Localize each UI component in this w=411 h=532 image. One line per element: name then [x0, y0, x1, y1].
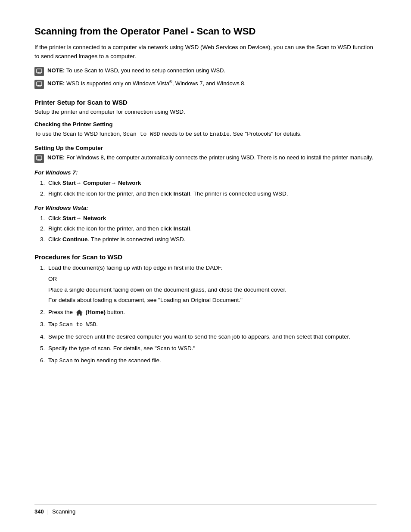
footer-page-number: 340: [34, 508, 44, 515]
checking-printer-text: To use the Scan to WSD function, Scan to…: [34, 130, 377, 139]
windows-vista-step-1: Click Start→ Network: [47, 214, 377, 223]
proc-step-3: Tap Scan to WSD.: [47, 320, 377, 330]
or-text: OR: [48, 274, 377, 284]
checking-printer-title: Checking the Printer Setting: [34, 121, 377, 128]
windows7-steps: Click Start→ Computer→ Network Right-cli…: [47, 178, 377, 198]
note-2-text: NOTE: WSD is supported only on Windows V…: [47, 79, 246, 88]
footer-section: Scanning: [52, 508, 75, 515]
proc-step-1: Load the document(s) facing up with top …: [47, 263, 377, 305]
windows-vista-steps: Click Start→ Network Right-click the ico…: [47, 214, 377, 244]
note-1: NOTE: To use Scan to WSD, you need to se…: [34, 66, 377, 76]
proc-step-1-sub2: For details about loading a document, se…: [48, 296, 377, 305]
windows-vista-step-3: Click Continue. The printer is connected…: [47, 235, 377, 244]
note-icon-1: [34, 67, 44, 76]
printer-setup-intro: Setup the printer and computer for conne…: [34, 109, 377, 115]
svg-rect-4: [37, 82, 42, 86]
page-title: Scanning from the Operator Panel - Scan …: [34, 26, 377, 37]
windows-vista-step-2: Right-click the icon for the printer, an…: [47, 224, 377, 233]
page-container: Scanning from the Operator Panel - Scan …: [0, 0, 411, 532]
proc-step-5: Specify the type of scan. For details, s…: [47, 344, 377, 353]
page-footer: 340 | Scanning: [34, 504, 377, 515]
windows8-note: NOTE: For Windows 8, the computer automa…: [34, 153, 377, 163]
windows8-note-text: NOTE: For Windows 8, the computer automa…: [47, 153, 373, 162]
printer-setup-title: Printer Setup for Scan to WSD: [34, 99, 377, 106]
procedures-title: Procedures for Scan to WSD: [34, 253, 377, 261]
for-windows7-label: For Windows 7:: [34, 169, 377, 176]
procedures-steps: Load the document(s) facing up with top …: [47, 263, 377, 365]
proc-step-6: Tap Scan to begin sending the scanned fi…: [47, 356, 377, 366]
intro-text: If the printer is connected to a compute…: [34, 43, 377, 61]
windows7-step-1: Click Start→ Computer→ Network: [47, 178, 377, 188]
note-1-text: NOTE: To use Scan to WSD, you need to se…: [47, 66, 225, 75]
proc-step-1-sub1: Place a single document facing down on t…: [48, 286, 377, 295]
proc-step-4: Swipe the screen until the desired compu…: [47, 332, 377, 342]
proc-step-2: Press the (Home) button.: [47, 308, 377, 317]
windows7-step-2: Right-click the icon for the printer, an…: [47, 189, 377, 199]
svg-rect-0: [37, 69, 42, 73]
setting-up-computer-title: Setting Up the Computer: [34, 145, 377, 151]
note-icon-2: [34, 80, 44, 89]
footer-separator: |: [47, 508, 49, 515]
note-2: NOTE: WSD is supported only on Windows V…: [34, 79, 377, 89]
svg-rect-8: [37, 156, 42, 160]
home-icon: [75, 309, 83, 317]
for-windows-vista-label: For Windows Vista:: [34, 205, 377, 211]
note-icon-3: [34, 154, 44, 163]
